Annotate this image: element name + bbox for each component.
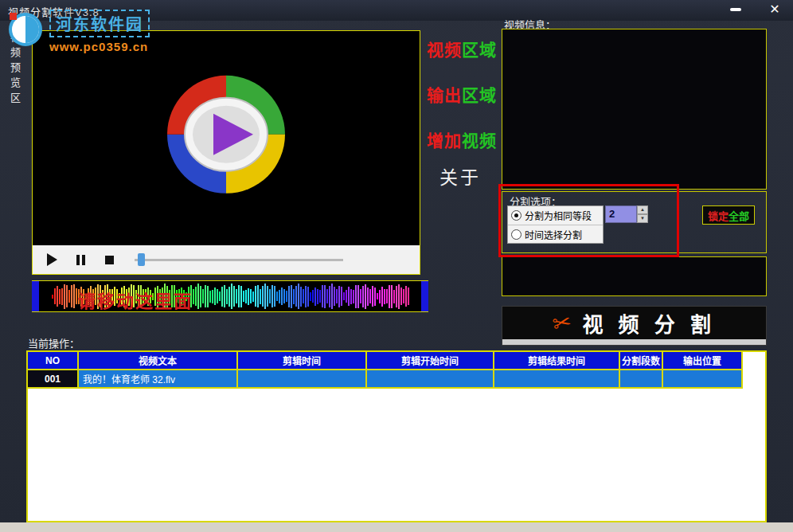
table-row[interactable]: 001 我的！体育老师 32.flv <box>28 370 765 389</box>
watermark-logo-icon <box>6 10 45 48</box>
header-output-location: 输出位置 <box>663 352 743 370</box>
header-no: NO <box>28 352 79 370</box>
lock-all-button[interactable]: 锁定 全部 <box>702 205 755 225</box>
nav-about[interactable]: 关于 <box>439 162 481 190</box>
scissors-icon: ✂ <box>550 308 574 338</box>
row-filler <box>743 370 765 389</box>
radio-time-select[interactable]: 时间选择分割 <box>508 225 603 244</box>
current-operation-label: 当前操作： <box>28 335 80 350</box>
header-clip-time: 剪辑时间 <box>238 352 367 370</box>
stop-button[interactable] <box>98 249 120 270</box>
player-controls <box>33 245 420 274</box>
stepper-down-button[interactable]: ▼ <box>637 214 648 223</box>
segments-stepper: ▲ ▼ <box>637 205 648 223</box>
operations-table: NO 视频文本 剪辑时间 剪辑开始时间 剪辑结果时间 分割段数 输出位置 001… <box>26 350 767 522</box>
play-icon <box>47 253 57 266</box>
play-button[interactable] <box>41 249 63 270</box>
pause-icon <box>76 255 85 265</box>
minimize-button[interactable] <box>721 0 750 19</box>
watermark-site-name: 河东软件园 <box>49 10 150 37</box>
cell-clip-time <box>238 370 367 389</box>
app-window: 视频分割软件V3.8 ✕ 视频预览区 河东软件园 www.pc0359.cn <box>0 0 793 532</box>
waveform-right-cap <box>421 281 428 311</box>
header-segment-count: 分割段数 <box>620 352 663 370</box>
waveform-overlay-text: 请移动这里面 <box>78 287 193 312</box>
close-button[interactable]: ✕ <box>760 0 790 19</box>
split-video-button[interactable]: ✂ 视 频 分 割 <box>502 306 767 346</box>
split-video-button-label: 视 频 分 割 <box>582 308 716 338</box>
nav-output-area[interactable]: 输出区域 <box>427 82 497 106</box>
seek-slider[interactable] <box>135 252 343 267</box>
radio-equal-segments[interactable]: 分割为相同等段 <box>508 206 603 225</box>
video-info-box <box>502 29 767 190</box>
radio-time-icon <box>511 229 522 240</box>
cell-clip-result-time <box>494 370 620 389</box>
cell-video-text: 我的！体育老师 32.flv <box>79 370 238 389</box>
waveform-left-cap <box>32 281 39 311</box>
seek-thumb[interactable] <box>138 253 145 266</box>
site-watermark: 河东软件园 www.pc0359.cn <box>6 10 150 53</box>
media-player-logo-icon <box>154 72 298 199</box>
cell-clip-start-time <box>367 370 494 389</box>
stepper-up-button[interactable]: ▲ <box>637 205 648 214</box>
audio-waveform-strip[interactable]: 请移动这里面 <box>32 280 428 312</box>
table-header-row: NO 视频文本 剪辑时间 剪辑开始时间 剪辑结果时间 分割段数 输出位置 <box>28 352 765 370</box>
window-bottom-strip <box>0 522 793 532</box>
watermark-site-url: www.pc0359.cn <box>49 40 150 53</box>
pause-button[interactable] <box>69 249 92 270</box>
split-options-radio-panel: 分割为相同等段 时间选择分割 <box>507 205 604 244</box>
cell-no: 001 <box>28 370 79 389</box>
nav-video-area[interactable]: 视频区域 <box>427 37 497 61</box>
video-screen <box>33 31 420 245</box>
nav-add-video[interactable]: 增加视频 <box>427 127 497 151</box>
header-clip-result-time: 剪辑结果时间 <box>494 352 620 370</box>
segments-count-input[interactable]: 2 <box>605 205 637 223</box>
minimize-icon <box>730 8 741 11</box>
header-filler <box>743 352 765 370</box>
header-video-text: 视频文本 <box>79 352 238 370</box>
header-clip-start-time: 剪辑开始时间 <box>367 352 494 370</box>
radio-equal-icon <box>511 210 522 221</box>
split-button-bevel <box>502 339 766 345</box>
cell-output-location <box>663 370 743 389</box>
video-player-panel <box>32 30 420 275</box>
seek-track[interactable] <box>135 259 343 261</box>
cell-segment-count <box>620 370 663 389</box>
stop-icon <box>105 256 114 264</box>
output-info-box <box>502 256 767 296</box>
